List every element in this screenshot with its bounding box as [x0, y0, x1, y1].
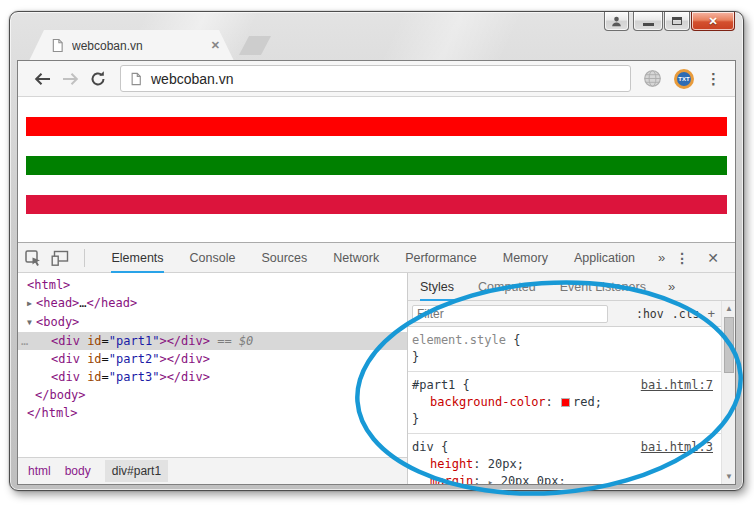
property-name: height [430, 457, 473, 471]
breadcrumb-item-html[interactable]: html [28, 464, 51, 478]
close-brace: } [412, 412, 419, 426]
dom-token: <head> [36, 296, 79, 310]
style-source-link[interactable]: bai.html:7 [641, 377, 713, 394]
tab-application[interactable]: Application [574, 243, 635, 273]
reload-button[interactable] [84, 65, 112, 93]
breadcrumb-item-div-part1[interactable]: div#part1 [105, 460, 168, 482]
property-value: red; [573, 395, 602, 409]
style-rules-list: element.style {}bai.html:7#part1 {backgr… [408, 327, 735, 484]
page-bar-part1 [26, 117, 727, 136]
devtools-panel: ElementsConsoleSourcesNetworkPerformance… [18, 242, 735, 484]
dom-token: "part2" [109, 352, 160, 366]
toolbar-divider [84, 249, 85, 267]
forward-button[interactable] [56, 65, 84, 93]
close-brace: } [412, 350, 419, 364]
url-text[interactable]: webcoban.vn [151, 71, 234, 87]
breadcrumb-item-body[interactable]: body [65, 464, 91, 478]
browser-toolbar: webcoban.vn TXT ⋮ [18, 61, 735, 97]
styles-scrollbar[interactable]: ▲ ▼ [721, 301, 735, 484]
device-toolbar-icon[interactable] [51, 247, 70, 269]
minimize-button[interactable] [633, 12, 663, 31]
more-tabs-icon[interactable]: » [658, 250, 665, 265]
page-bar-part2 [26, 156, 727, 175]
tab-sources[interactable]: Sources [261, 243, 307, 273]
dom-token: <div [51, 334, 80, 348]
property-name: margin [430, 474, 473, 484]
dom-token: <div [51, 370, 80, 384]
sidebar-tabs: StylesComputedEvent Listeners» [408, 273, 735, 301]
sidebar-tab-computed[interactable]: Computed [478, 273, 536, 301]
devtools-close-icon[interactable]: ✕ [707, 250, 719, 266]
tab-network[interactable]: Network [333, 243, 379, 273]
tab-close-icon[interactable]: ✕ [211, 39, 220, 52]
dom-node[interactable]: ▼<body> [18, 313, 407, 332]
tab-performance[interactable]: Performance [405, 243, 477, 273]
node-options-icon[interactable]: … [21, 332, 29, 350]
dom-node-selected[interactable]: …<div id="part1"></div> == $0 [18, 332, 407, 350]
color-swatch[interactable] [561, 398, 570, 407]
sidebar-more-tabs-icon[interactable]: » [668, 279, 675, 294]
dom-node[interactable]: <div id="part2"></div> [18, 350, 407, 368]
tab-console[interactable]: Console [190, 243, 236, 273]
dom-node[interactable]: <html> [18, 276, 407, 294]
new-style-rule-button[interactable]: + [707, 306, 715, 321]
browser-client-area: webcoban.vn TXT ⋮ ElementsConsoleSources… [17, 60, 736, 485]
rule-selector: div [412, 440, 434, 454]
css-property[interactable]: margin: ▸ 20px 0px; [412, 473, 717, 484]
dom-node[interactable]: </body> [18, 386, 407, 404]
rule-selector: #part1 [412, 378, 455, 392]
person-icon [610, 15, 623, 28]
dom-token: id [80, 334, 102, 348]
dom-token: </html> [27, 406, 78, 420]
scrollbar-thumb[interactable] [724, 317, 734, 373]
sidebar-tab-styles[interactable]: Styles [420, 273, 454, 301]
expand-shorthand-icon[interactable]: ▸ [488, 477, 499, 484]
open-brace: { [506, 333, 520, 347]
page-bar-part3 [26, 195, 727, 214]
css-property[interactable]: background-color: red; [412, 394, 717, 411]
maximize-button[interactable] [664, 12, 690, 31]
disclosure-arrow-icon[interactable]: ▶ [27, 295, 36, 313]
dom-node[interactable]: ▶<head>…</head> [18, 294, 407, 313]
close-icon: ✕ [708, 15, 717, 28]
style-source-link[interactable]: bai.html:3 [641, 439, 713, 456]
inspect-element-icon[interactable] [24, 247, 43, 269]
dom-token: = [102, 334, 109, 348]
tab-memory[interactable]: Memory [503, 243, 548, 273]
colon: : [546, 395, 560, 409]
back-button[interactable] [28, 65, 56, 93]
property-value: 20px; [488, 457, 524, 471]
browser-menu-icon[interactable]: ⋮ [706, 71, 721, 86]
profile-button[interactable] [604, 12, 629, 31]
disclosure-arrow-icon[interactable]: ▼ [27, 314, 36, 332]
colon: : [473, 457, 487, 471]
tab-title: webcoban.vn [72, 39, 203, 53]
style-rule: bai.html:3div {height: 20px;margin: ▸ 20… [408, 434, 721, 484]
devtools-menu-icon[interactable]: ⋮ [675, 250, 689, 266]
dom-node[interactable]: <div id="part3"></div> [18, 368, 407, 386]
style-rule: bai.html:7#part1 {background-color: red;… [408, 372, 721, 434]
open-brace: { [455, 378, 469, 392]
scroll-down-icon[interactable]: ▼ [722, 470, 735, 483]
hover-state-button[interactable]: :hov [636, 307, 664, 321]
styles-filter-input[interactable] [412, 305, 608, 323]
devtools-main: <html>▶<head>…</head>▼<body>…<div id="pa… [18, 273, 735, 484]
sidebar-tab-event-listeners[interactable]: Event Listeners [560, 273, 646, 301]
dom-token: <div [51, 352, 80, 366]
extension-txt-icon[interactable]: TXT [674, 69, 694, 89]
dom-token: == $0 [210, 334, 253, 348]
address-bar[interactable]: webcoban.vn [120, 65, 631, 92]
globe-icon[interactable] [643, 69, 662, 88]
css-property[interactable]: height: 20px; [412, 456, 717, 473]
tab-elements[interactable]: Elements [111, 243, 163, 273]
property-value: 20px 0px; [501, 474, 566, 484]
dom-node[interactable]: </html> [18, 404, 407, 422]
maximize-icon [672, 17, 682, 25]
scroll-up-icon[interactable]: ▲ [722, 302, 735, 315]
devtools-toolbar: ElementsConsoleSourcesNetworkPerformance… [18, 243, 735, 273]
class-toggle-button[interactable]: .cls [672, 307, 700, 321]
close-window-button[interactable]: ✕ [691, 12, 735, 31]
browser-tab[interactable]: webcoban.vn ✕ [29, 30, 234, 61]
dom-token: = [102, 352, 109, 366]
rule-selector: element.style [412, 333, 506, 347]
